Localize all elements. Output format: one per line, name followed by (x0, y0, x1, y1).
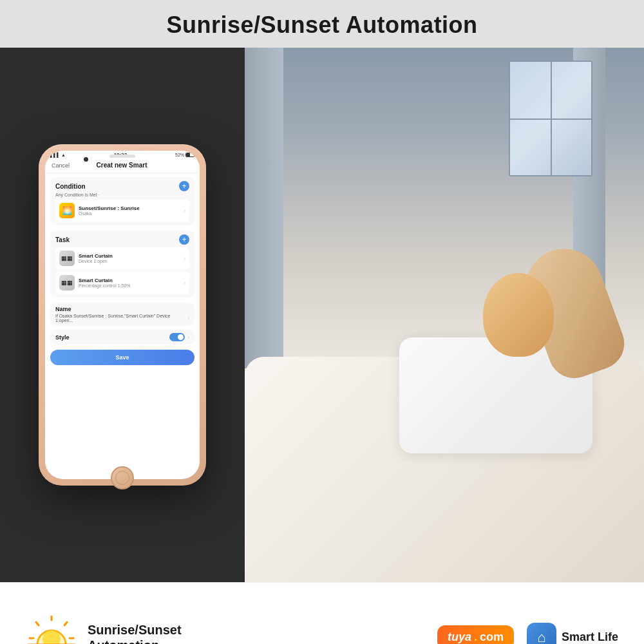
condition-item-sub: Osaka (79, 211, 184, 216)
curtain-left (245, 48, 283, 368)
task-item-2-sub: Percentage control 1:50% (79, 283, 184, 288)
smart-life-badge: ⌂ Smart Life (527, 623, 618, 645)
curtain-icon-2: ▦▦ (59, 275, 75, 290)
save-button[interactable]: Save (50, 350, 194, 365)
condition-item-text: Sunset/Sunrise : Sunrise Osaka (79, 205, 184, 216)
condition-section: Condition + Any Condition Is Met · 🌅 Sun… (50, 177, 194, 225)
bedroom-section (245, 48, 644, 582)
battery-fill (186, 153, 190, 156)
main-area: ▌▌▌ ▲ 10:32 52% Cancel Creat (0, 48, 644, 582)
task-item-1-sub: Device 1:open (79, 259, 184, 263)
phone-home-button[interactable] (111, 466, 134, 489)
condition-item-main: Sunset/Sunrise : Sunrise (79, 205, 184, 211)
condition-header: Condition + (55, 181, 189, 191)
task2-chevron-icon: › (184, 279, 185, 286)
footer-right: tuya.com ⌂ Smart Life (437, 623, 618, 645)
footer-title-line1: Sunrise/Sunset (88, 622, 182, 638)
smart-life-label: Smart Life (562, 630, 618, 644)
task1-chevron-icon: › (184, 255, 185, 261)
add-task-button[interactable]: + (179, 234, 189, 245)
name-label: Name (55, 306, 189, 312)
svg-line-1 (64, 622, 67, 625)
phone-camera (84, 157, 88, 162)
tuya-label: tuya (448, 630, 471, 644)
app-title: Creat new Smart (97, 162, 147, 169)
task-item-2-main: Smart Curtain (79, 278, 184, 283)
condition-item[interactable]: 🌅 Sunset/Sunrise : Sunrise Osaka › (55, 200, 189, 222)
smart-life-house-icon: ⌂ (537, 629, 545, 645)
phone-home-inner (115, 471, 129, 485)
condition-chevron-icon: › (184, 207, 185, 214)
person-head (483, 273, 554, 357)
condition-title: Condition (55, 183, 86, 190)
tuya-dot: . (474, 630, 477, 644)
status-right: 52% (175, 153, 194, 157)
phone-speaker (109, 155, 135, 158)
style-section: Style › (50, 330, 194, 345)
name-value: If Osaka Sunset/Sunrise : Sunrise,"Smart… (55, 314, 187, 323)
task-item-1-main: Smart Curtain (79, 253, 184, 259)
app-header: Cancel Creat new Smart (45, 159, 200, 173)
battery-icon (185, 153, 194, 157)
window-vertical-frame (551, 62, 552, 175)
signal-icon: ▌▌▌ (50, 153, 60, 157)
sunrise-icon-large (26, 615, 77, 645)
tuya-com: com (480, 630, 504, 644)
task-item-2[interactable]: ▦▦ Smart Curtain Percentage control 1:50… (55, 272, 189, 294)
style-right: › (169, 333, 189, 341)
left-section: ▌▌▌ ▲ 10:32 52% Cancel Creat (0, 48, 245, 582)
style-chevron-icon: › (187, 334, 189, 341)
window (509, 61, 592, 176)
name-section: Name If Osaka Sunset/Sunrise : Sunrise,"… (50, 303, 194, 326)
wifi-icon: ▲ (61, 153, 66, 157)
smart-life-icon: ⌂ (527, 623, 556, 645)
condition-subtitle: Any Condition Is Met · (55, 193, 189, 197)
tuya-badge: tuya.com (437, 625, 514, 644)
app-content: Condition + Any Condition Is Met · 🌅 Sun… (45, 173, 200, 450)
task-item-1[interactable]: ▦▦ Smart Curtain Device 1:open › (55, 247, 189, 269)
cancel-button[interactable]: Cancel (52, 162, 70, 169)
style-toggle[interactable] (169, 333, 185, 341)
add-condition-button[interactable]: + (179, 181, 189, 191)
battery-tip (194, 154, 196, 156)
footer-text-block: Sunrise/Sunset Automation (88, 622, 182, 645)
task-section: Task + ▦▦ Smart Curtain Device 1:open › (50, 231, 194, 298)
phone-screen: ▌▌▌ ▲ 10:32 52% Cancel Creat (45, 151, 200, 479)
sunrise-icon: 🌅 (59, 203, 75, 218)
name-value-row[interactable]: If Osaka Sunset/Sunrise : Sunrise,"Smart… (55, 314, 189, 323)
toggle-thumb (178, 334, 184, 340)
curtain-icon-1: ▦▦ (59, 251, 75, 266)
footer-left: Sunrise/Sunset Automation (26, 615, 437, 645)
status-left: ▌▌▌ ▲ (50, 153, 66, 157)
footer-title-line2: Automation (88, 638, 182, 645)
style-label: Style (55, 334, 70, 341)
battery-percent: 52% (175, 153, 184, 157)
task-item-1-text: Smart Curtain Device 1:open (79, 253, 184, 263)
sunrise-svg (26, 615, 77, 645)
task-item-2-text: Smart Curtain Percentage control 1:50% (79, 278, 184, 288)
task-title: Task (55, 236, 70, 243)
task-header: Task + (55, 234, 189, 245)
page-title: Sunrise/Sunset Automation (0, 12, 644, 39)
svg-line-3 (36, 622, 39, 625)
name-chevron-icon: › (187, 315, 189, 321)
phone-frame: ▌▌▌ ▲ 10:32 52% Cancel Creat (39, 144, 206, 486)
page-header: Sunrise/Sunset Automation (0, 0, 644, 48)
footer: Sunrise/Sunset Automation tuya.com ⌂ Sma… (0, 582, 644, 644)
